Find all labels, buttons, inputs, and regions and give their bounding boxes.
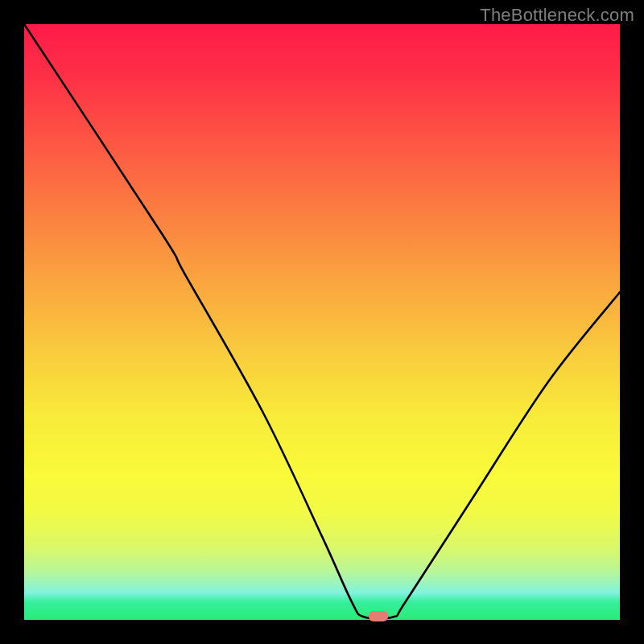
optimal-marker bbox=[369, 611, 388, 621]
gradient-background bbox=[24, 24, 620, 620]
chart-frame: TheBottleneck.com bbox=[0, 0, 644, 644]
plot-area bbox=[24, 24, 620, 620]
chart-svg bbox=[24, 24, 620, 620]
watermark-text: TheBottleneck.com bbox=[480, 5, 634, 26]
